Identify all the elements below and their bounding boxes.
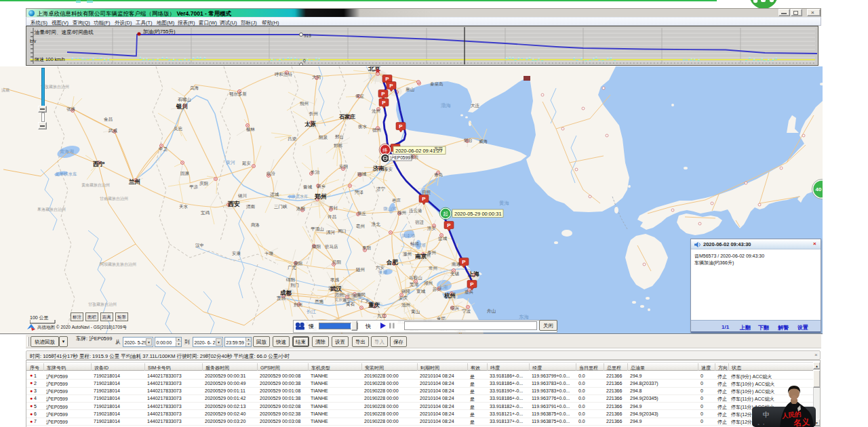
svg-text:洪泽湖: 洪泽湖	[401, 233, 415, 239]
svg-text:泰安: 泰安	[384, 167, 393, 172]
svg-text:龙羊峡水库: 龙羊峡水库	[55, 171, 77, 176]
svg-text:黄河: 黄河	[226, 160, 235, 165]
svg-text:吴忠: 吴忠	[174, 126, 183, 131]
svg-text:十堰: 十堰	[264, 251, 274, 256]
svg-text:铜陵: 铜陵	[401, 289, 411, 293]
svg-text:长治: 长治	[311, 169, 320, 175]
svg-text:石嘴山: 石嘴山	[178, 97, 191, 102]
svg-text:湖州: 湖州	[424, 281, 433, 285]
svg-text:大连: 大连	[471, 103, 480, 108]
svg-text:沪EP0599: 沪EP0599	[390, 155, 410, 161]
svg-text:运城: 运城	[270, 192, 279, 197]
svg-text:张掖: 张掖	[66, 106, 76, 112]
svg-text:扬州: 扬州	[422, 253, 431, 258]
svg-text:平凉: 平凉	[189, 184, 199, 189]
svg-text:宁波: 宁波	[462, 308, 471, 314]
svg-text:忻州: 忻州	[309, 111, 318, 116]
svg-text:合肥: 合肥	[386, 259, 399, 266]
svg-text:黄山: 黄山	[411, 309, 420, 314]
svg-text:高邮湖: 高邮湖	[412, 243, 426, 248]
svg-text:中: 中	[763, 411, 770, 418]
svg-text:延安: 延安	[242, 161, 252, 165]
svg-text:秦皇岛: 秦皇岛	[430, 81, 443, 86]
svg-text:渤海: 渤海	[441, 102, 452, 108]
svg-text:信阳: 信阳	[332, 260, 341, 265]
svg-text:唐山: 唐山	[406, 87, 415, 92]
svg-text:绍兴: 绍兴	[450, 306, 460, 311]
svg-text:榆林: 榆林	[246, 127, 256, 131]
svg-text:淮北: 淮北	[371, 222, 381, 227]
svg-text:石家庄: 石家庄	[338, 113, 355, 120]
svg-text:漯河: 漯河	[326, 230, 336, 235]
svg-text:荆门: 荆门	[290, 283, 299, 287]
svg-text:小浪底水库: 小浪底水库	[288, 194, 308, 199]
svg-text:宝鸡: 宝鸡	[201, 210, 210, 215]
svg-text:潍坊: 潍坊	[409, 155, 419, 160]
svg-text:中卫: 中卫	[159, 146, 168, 151]
svg-text:2020-05-29 00:00:31: 2020-05-29 00:00:31	[454, 211, 502, 217]
svg-text:阳泉: 阳泉	[319, 135, 328, 140]
svg-text:马鞍山: 马鞍山	[409, 275, 422, 280]
svg-text:淮安: 淮安	[427, 226, 437, 231]
svg-text:铜川: 铜川	[237, 193, 247, 198]
svg-text:邯郸: 邯郸	[334, 143, 343, 148]
svg-text:聊城: 聊城	[357, 171, 367, 177]
svg-text:孝感: 孝感	[330, 277, 340, 282]
svg-text:金昌: 金昌	[104, 117, 113, 121]
svg-text:宿迁: 宿迁	[415, 220, 425, 225]
svg-text:P: P	[422, 196, 426, 202]
svg-text:九江: 九江	[377, 313, 387, 319]
svg-text:。,: 。,	[757, 420, 764, 426]
svg-text:大同: 大同	[312, 75, 321, 79]
svg-text:黄南藏族自治州: 黄南藏族自治州	[81, 183, 110, 188]
svg-text:常州: 常州	[429, 266, 437, 270]
svg-text:P: P	[447, 222, 451, 228]
svg-text:枣庄: 枣庄	[392, 198, 401, 203]
svg-text:银川: 银川	[176, 103, 188, 110]
svg-text:兰州: 兰州	[128, 178, 140, 185]
svg-text:P: P	[462, 259, 466, 265]
svg-text:威海: 威海	[479, 139, 488, 144]
svg-text:安康: 安康	[232, 251, 241, 256]
svg-text:乌海: 乌海	[190, 85, 199, 91]
svg-text:平顶山: 平顶山	[311, 226, 324, 231]
svg-text:舟山: 舟山	[487, 308, 496, 313]
svg-text:荆州: 荆州	[294, 302, 302, 307]
svg-text:六安: 六安	[376, 265, 385, 270]
svg-text:西安: 西安	[227, 200, 240, 207]
svg-text:安阳: 安阳	[339, 164, 348, 169]
svg-text:杭州: 杭州	[443, 292, 456, 299]
svg-text:上海: 上海	[468, 270, 480, 277]
svg-text:恩施土家族苗族: 恩施土家族苗族	[334, 292, 363, 298]
svg-text:徐州: 徐州	[397, 210, 406, 216]
svg-text:南阳: 南阳	[312, 244, 321, 249]
svg-text:洛阳: 洛阳	[296, 206, 305, 211]
svg-text:甘孜藏族自治州: 甘孜藏族自治州	[41, 84, 69, 89]
svg-text:青海湖: 青海湖	[60, 149, 74, 155]
svg-text:起: 起	[443, 211, 448, 217]
svg-text:广元: 广元	[288, 265, 297, 270]
svg-text:微山湖: 微山湖	[383, 206, 397, 211]
svg-text:济南: 济南	[373, 165, 384, 171]
svg-text:鄂尔多斯: 鄂尔多斯	[229, 92, 248, 97]
svg-text:汉中: 汉中	[195, 243, 204, 248]
svg-text:广安: 广安	[361, 298, 370, 303]
svg-text:渭南: 渭南	[245, 204, 256, 209]
svg-text:临汾: 临汾	[267, 171, 276, 176]
svg-text:芜湖: 芜湖	[409, 282, 419, 287]
svg-text:果洛藏族自治州: 果洛藏族自治州	[37, 207, 66, 212]
svg-text:宣城: 宣城	[416, 289, 426, 293]
svg-text:周口: 周口	[338, 228, 347, 234]
svg-text:朔州: 朔州	[300, 101, 309, 106]
svg-text:黄石: 黄石	[346, 302, 355, 307]
svg-text:名义: 名义	[792, 417, 810, 427]
svg-text:开封: 开封	[329, 205, 338, 210]
svg-text:滇藏: 滇藏	[1, 88, 9, 92]
svg-text:晋城: 晋城	[303, 184, 313, 189]
svg-text:固原: 固原	[180, 171, 190, 176]
svg-text:安庆: 安庆	[399, 296, 408, 300]
svg-text:许昌: 许昌	[328, 214, 336, 219]
svg-text:庆阳: 庆阳	[199, 181, 208, 186]
svg-text:驻马店: 驻马店	[325, 244, 338, 249]
svg-text:阿坝藏族羌族自治州: 阿坝藏族羌族自治州	[100, 262, 136, 267]
